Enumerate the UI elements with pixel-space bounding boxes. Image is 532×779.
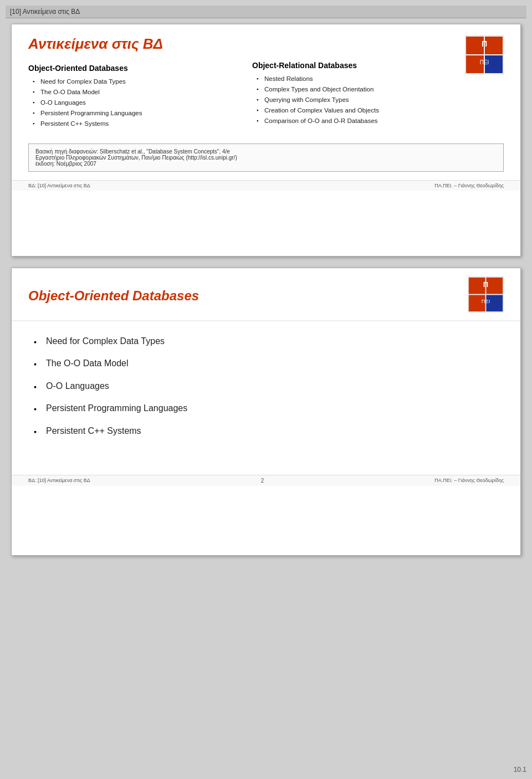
left-column-title: Object-Oriented Databases (28, 64, 230, 73)
right-item-5: Comparison of O-O and O-R Databases (252, 116, 454, 125)
window-title: [10] Αντικείμενα στις ΒΔ (6, 6, 526, 18)
left-item-3: O-O Languages (28, 98, 230, 107)
right-column-list: Nested Relations Complex Types and Objec… (252, 74, 454, 125)
source-line-3: έκδοση: Νοέμβριος 2007 (35, 161, 497, 167)
slide2-item-2: The O-O Data Model (34, 357, 498, 370)
slide2-item-4: Persistent Programming Languages (34, 402, 498, 414)
slide-2-title: Object-Oriented Databases (28, 288, 199, 304)
svg-text:ΠΕΙ: ΠΕΙ (480, 59, 489, 65)
left-column-list: Need for Complex Data Types The O-O Data… (28, 77, 230, 128)
slide-2-footer: ΒΔ: [10] Αντικείμενα στις ΒΔ 2 ΠΑ.ΠΕΙ. –… (12, 475, 520, 486)
right-column-title: Object-Relational Databases (252, 61, 454, 70)
left-column: Αντικείμενα στις ΒΔ Object-Oriented Data… (28, 35, 230, 130)
right-column: Object-Relational Databases Nested Relat… (252, 35, 454, 130)
slide-2: Object-Oriented Databases Π ΠΕΙ Need for… (11, 268, 521, 556)
slide-source-box: Βασική πηγή διαφανειών: Silberschatz et … (28, 144, 504, 172)
slide-1-footer-right: ΠΑ.ΠΕΙ. – Γιάννης Θεοδωρίδης (434, 183, 504, 188)
right-item-4: Creation of Complex Values and Objects (252, 106, 454, 115)
slide-1-header: Αντικείμενα στις ΒΔ Object-Oriented Data… (28, 35, 504, 130)
source-line-2: Εργαστήριο Πληροφοριακών Συστημάτων, Παν… (35, 155, 497, 161)
svg-rect-2 (485, 37, 503, 54)
slide-1-columns: Αντικείμενα στις ΒΔ Object-Oriented Data… (28, 35, 454, 130)
slide2-item-5: Persistent C++ Systems (34, 425, 498, 437)
slide-1-footer: ΒΔ: [10] Αντικείμενα στις ΒΔ ΠΑ.ΠΕΙ. – Γ… (12, 180, 520, 191)
page-indicator: 10.1 (514, 766, 526, 773)
right-item-1: Nested Relations (252, 74, 454, 83)
left-item-2: The O-O Data Model (28, 88, 230, 96)
slide-2-logo: Π ΠΕΙ (468, 276, 504, 315)
left-item-4: Persistent Programming Languages (28, 109, 230, 117)
left-item-5: Persistent C++ Systems (28, 119, 230, 128)
university-logo: Π ΠΕΙ (465, 35, 504, 74)
source-line-1: Βασική πηγή διαφανειών: Silberschatz et … (35, 148, 497, 155)
slide-1-footer-left: ΒΔ: [10] Αντικείμενα στις ΒΔ (28, 183, 90, 188)
svg-text:ΠΕΙ: ΠΕΙ (482, 299, 490, 304)
slide-2-page-num: 2 (261, 478, 264, 484)
slide-1: Αντικείμενα στις ΒΔ Object-Oriented Data… (11, 24, 521, 257)
slide-2-footer-right: ΠΑ.ΠΕΙ. – Γιάννης Θεοδωρίδης (434, 478, 504, 484)
slide2-item-3: O-O Languages (34, 380, 498, 392)
left-item-1: Need for Complex Data Types (28, 77, 230, 86)
right-item-3: Querying with Complex Types (252, 95, 454, 104)
svg-text:Π: Π (483, 280, 488, 289)
slide-2-header: Object-Oriented Databases Π ΠΕΙ (12, 268, 520, 321)
slide-1-content: Αντικείμενα στις ΒΔ Object-Oriented Data… (12, 24, 520, 135)
right-item-2: Complex Types and Object Orientation (252, 85, 454, 94)
slide-1-title: Αντικείμενα στις ΒΔ (28, 35, 230, 53)
slide-2-content: Need for Complex Data Types The O-O Data… (12, 321, 520, 458)
svg-rect-9 (486, 278, 503, 294)
slide-2-list: Need for Complex Data Types The O-O Data… (34, 335, 498, 437)
slide-2-footer-left: ΒΔ: [10] Αντικείμενα στις ΒΔ (28, 478, 90, 484)
slide2-item-1: Need for Complex Data Types (34, 335, 498, 347)
svg-text:Π: Π (482, 39, 487, 48)
